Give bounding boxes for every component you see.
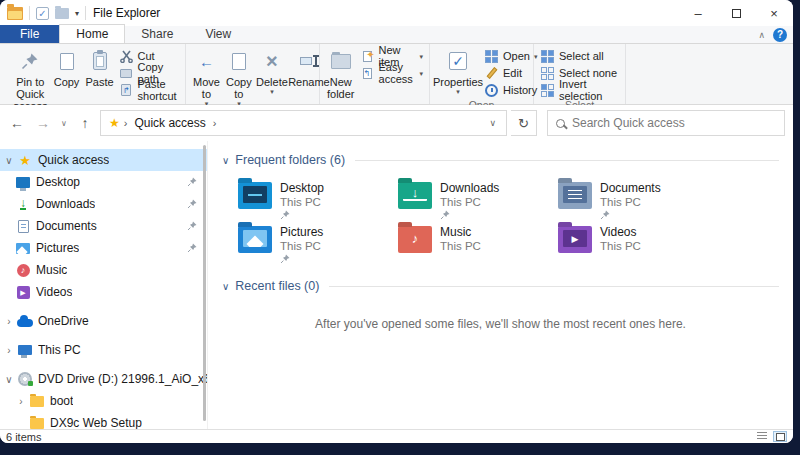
maximize-icon — [732, 9, 741, 18]
new-folder-icon — [328, 48, 354, 74]
sidebar-item-onedrive[interactable]: › OneDrive — [0, 310, 207, 332]
maximize-button[interactable] — [717, 0, 755, 26]
breadcrumb-separator-icon[interactable]: › — [213, 117, 217, 129]
divider — [85, 6, 86, 20]
breadcrumb-separator-icon[interactable]: › — [124, 117, 128, 129]
minimize-ribbon-icon[interactable]: ∧ — [758, 30, 765, 40]
help-button[interactable]: ? — [773, 28, 787, 42]
pictures-folder-icon — [238, 226, 272, 253]
paste-button[interactable]: Paste — [83, 46, 117, 90]
new-folder-button[interactable]: New folder — [324, 46, 358, 102]
pin-icon — [280, 254, 290, 264]
pin-icon — [187, 243, 197, 253]
sidebar-item-dx9c-web-setup[interactable]: DX9c Web Setup — [0, 412, 207, 429]
search-input[interactable] — [572, 116, 776, 130]
address-bar[interactable]: ★ › Quick access › ∨ — [100, 110, 507, 136]
tab-share[interactable]: Share — [125, 25, 189, 43]
dropdown-caret-icon: ▾ — [419, 53, 423, 60]
chevron-expanded-icon[interactable]: ∨ — [2, 155, 16, 166]
file-explorer-window: ✓ ▾ File Explorer – × File Home Share Vi… — [0, 0, 793, 443]
sidebar-scrollbar[interactable] — [203, 145, 206, 421]
chevron-collapsed-icon[interactable]: › — [2, 345, 16, 356]
quick-access-star-icon: ★ — [16, 153, 34, 168]
sidebar-item-boot[interactable]: › boot — [0, 390, 207, 412]
ribbon-group-clipboard: Pin to Quick access Copy Paste Cut — [6, 44, 186, 104]
folder-tile-videos[interactable]: ▶ Videos This PC — [558, 225, 718, 269]
section-header-recent-files[interactable]: ∨ Recent files (0) — [222, 279, 779, 293]
tab-home[interactable]: Home — [59, 24, 125, 43]
customize-qat-caret-icon[interactable]: ▾ — [75, 9, 79, 18]
copy-to-button[interactable]: Copy to ▾ — [223, 46, 255, 109]
back-button[interactable]: ← — [6, 115, 28, 131]
documents-icon — [14, 220, 32, 233]
properties-qat-icon[interactable]: ✓ — [36, 7, 49, 20]
select-all-button[interactable]: Select all — [538, 48, 621, 64]
sidebar-item-music[interactable]: ♪ Music — [0, 259, 207, 281]
recent-locations-caret-icon[interactable]: ∨ — [58, 119, 70, 128]
sidebar-item-this-pc[interactable]: › This PC — [0, 339, 207, 361]
chevron-collapsed-icon[interactable]: › — [2, 316, 16, 327]
easy-access-button[interactable]: ↰ Easy access ▾ — [358, 65, 425, 81]
dropdown-caret-icon: ▾ — [419, 70, 423, 77]
folder-tile-documents[interactable]: Documents This PC — [558, 181, 718, 225]
move-to-button[interactable]: ← Move to ▾ — [190, 46, 223, 109]
chevron-expanded-icon[interactable]: ∨ — [222, 281, 229, 292]
section-header-frequent-folders[interactable]: ∨ Frequent folders (6) — [222, 153, 779, 167]
tab-file[interactable]: File — [0, 25, 59, 43]
pin-icon — [187, 199, 197, 209]
edit-button[interactable]: Edit — [482, 65, 539, 81]
item-count: 6 items — [6, 431, 41, 443]
large-icons-view-button[interactable] — [773, 431, 787, 442]
folder-tile-music[interactable]: ♪ Music This PC — [398, 225, 558, 269]
open-button[interactable]: Open ▾ — [482, 48, 539, 64]
folder-tile-pictures[interactable]: Pictures This PC — [238, 225, 398, 269]
new-folder-qat-icon[interactable] — [55, 8, 69, 19]
history-button[interactable]: History — [482, 82, 539, 98]
sidebar-item-quick-access[interactable]: ∨ ★ Quick access — [0, 149, 207, 171]
address-dropdown-caret-icon[interactable]: ∨ — [483, 118, 502, 128]
pin-icon — [17, 48, 43, 74]
forward-button[interactable]: → — [32, 115, 54, 131]
invert-selection-button[interactable]: Invert selection — [538, 82, 621, 98]
chevron-expanded-icon[interactable]: ∨ — [222, 155, 229, 166]
pin-icon — [280, 210, 290, 220]
copy-to-icon — [226, 48, 252, 74]
divider — [355, 160, 779, 161]
status-bar: 6 items — [0, 429, 793, 443]
divider — [329, 286, 779, 287]
sidebar-item-desktop[interactable]: Desktop — [0, 171, 207, 193]
tab-view[interactable]: View — [189, 25, 247, 43]
sidebar-item-dvd-drive[interactable]: ∨ DVD Drive (D:) 21996.1_AiO_x64_US — [0, 368, 207, 390]
breadcrumb-path[interactable]: Quick access — [134, 116, 205, 130]
search-box[interactable] — [547, 110, 785, 136]
details-view-button[interactable] — [755, 431, 769, 442]
close-button[interactable]: × — [755, 0, 793, 26]
folder-tile-desktop[interactable]: Desktop This PC — [238, 181, 398, 225]
navigation-bar: ← → ∨ ↑ ★ › Quick access › ∨ ↻ — [0, 105, 793, 141]
properties-button[interactable]: ✓ Properties ▾ — [434, 46, 482, 97]
dropdown-caret-icon: ▾ — [270, 88, 274, 95]
delete-button[interactable]: × Delete ▾ — [255, 46, 289, 97]
ribbon: Pin to Quick access Copy Paste Cut — [0, 44, 793, 105]
search-icon — [556, 119, 565, 128]
sidebar-item-videos[interactable]: ▶ Videos — [0, 281, 207, 303]
copy-button[interactable]: Copy — [51, 46, 83, 90]
up-button[interactable]: ↑ — [74, 115, 96, 131]
refresh-button[interactable]: ↻ — [511, 110, 537, 136]
chevron-expanded-icon[interactable]: ∨ — [2, 374, 16, 385]
navigation-pane: ∨ ★ Quick access Desktop ↓ Downloads Doc… — [0, 141, 208, 429]
items-view: ∨ Frequent folders (6) Desktop This PC ↓ — [208, 141, 793, 429]
chevron-collapsed-icon[interactable]: › — [14, 396, 28, 407]
pin-to-quick-access-button[interactable]: Pin to Quick access — [10, 46, 51, 114]
folder-tile-downloads[interactable]: ↓ Downloads This PC — [398, 181, 558, 225]
sidebar-item-downloads[interactable]: ↓ Downloads — [0, 193, 207, 215]
minimize-button[interactable]: – — [679, 0, 717, 26]
paste-icon — [87, 48, 113, 74]
sidebar-item-documents[interactable]: Documents — [0, 215, 207, 237]
sidebar-item-pictures[interactable]: Pictures — [0, 237, 207, 259]
paste-shortcut-button[interactable]: ↱ Paste shortcut — [117, 82, 181, 98]
downloads-folder-icon: ↓ — [398, 182, 432, 209]
copy-path-icon — [119, 66, 134, 81]
music-folder-icon: ♪ — [398, 226, 432, 253]
pin-icon — [600, 210, 610, 220]
